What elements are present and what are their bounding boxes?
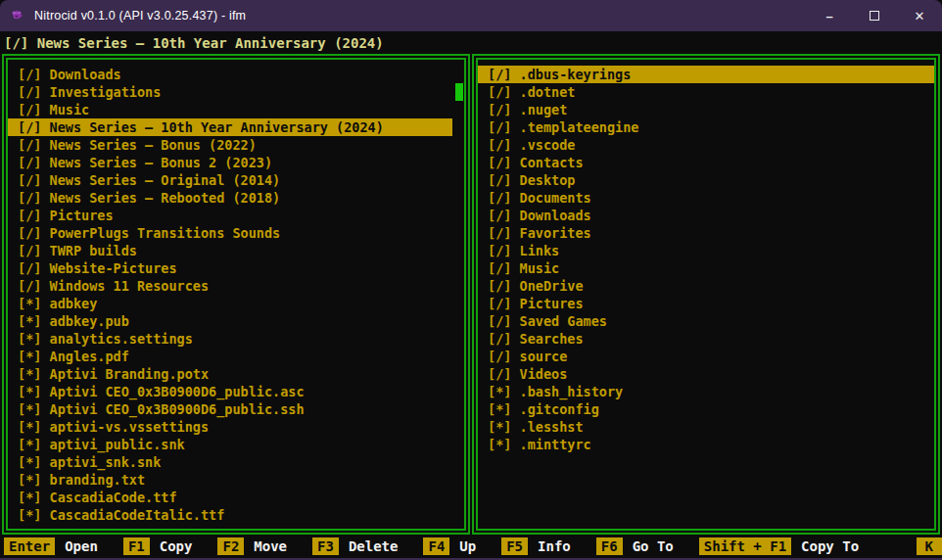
window-controls: – ✕ — [807, 0, 942, 31]
maximize-icon — [870, 11, 879, 21]
keybinding-label-go-to: Go To — [633, 538, 674, 554]
directory-row[interactable]: [/] .templateengine — [478, 118, 934, 136]
keybinding-key-f2[interactable]: F2 — [217, 537, 244, 555]
file-row[interactable]: [*] .minttyrc — [478, 436, 934, 453]
directory-row[interactable]: [/] Saved Games — [478, 312, 934, 330]
keybinding-label-copy-to: Copy To — [801, 538, 859, 554]
current-path-header: [/] News Series – 10th Year Anniversary … — [0, 31, 942, 54]
directory-row[interactable]: [/] Videos — [478, 365, 934, 383]
directory-row[interactable]: [/] Music — [478, 259, 934, 277]
keybinding-key-f6[interactable]: F6 — [596, 537, 623, 555]
keybinding-label-move: Move — [254, 538, 287, 554]
directory-row[interactable]: [/] Pictures — [8, 207, 452, 224]
close-icon: ✕ — [915, 9, 925, 23]
maximize-button[interactable] — [852, 0, 897, 31]
keybinding-label-copy: Copy — [160, 538, 193, 554]
panels-container: [/] Downloads[/] Investigations[/] Music… — [0, 54, 942, 535]
keybinding-key-k[interactable]: K — [917, 537, 942, 555]
close-button[interactable]: ✕ — [897, 0, 942, 31]
directory-row[interactable]: [/] .dbus-keyrings — [478, 66, 934, 83]
directory-row[interactable]: [/] Downloads — [478, 207, 934, 224]
directory-row[interactable]: [/] OneDrive — [478, 277, 934, 295]
nitrocid-window: Nitrocid v0.1.0 (API v3.0.25.437) - ifm … — [0, 0, 942, 560]
file-row[interactable]: [*] analytics.settings — [8, 330, 452, 348]
minimize-icon: – — [825, 9, 832, 23]
directory-row[interactable]: [/] News Series – Rebooted (2018) — [8, 189, 452, 207]
keybinding-key-f3[interactable]: F3 — [312, 537, 339, 555]
directory-row[interactable]: [/] Favorites — [478, 224, 934, 242]
directory-row[interactable]: [/] Investigations — [8, 83, 452, 101]
keybinding-label-info: Info — [538, 538, 571, 554]
directory-row[interactable]: [/] News Series – Bonus (2022) — [8, 136, 452, 154]
left-panel-scrollbar[interactable] — [455, 83, 463, 101]
directory-row[interactable]: [/] Documents — [478, 189, 934, 207]
keybindings-statusbar: EnterOpenF1CopyF2MoveF3DeleteF4UpF5InfoF… — [0, 535, 942, 558]
directory-row[interactable]: [/] Downloads — [8, 66, 452, 83]
file-row[interactable]: [*] CascadiaCode.ttf — [8, 489, 452, 506]
directory-row[interactable]: [/] .dotnet — [478, 83, 934, 101]
keybinding-key-f5[interactable]: F5 — [501, 537, 528, 555]
minimize-button[interactable]: – — [807, 0, 852, 31]
directory-row[interactable]: [/] News Series – Original (2014) — [8, 171, 452, 189]
directory-row[interactable]: [/] TWRP builds — [8, 242, 452, 259]
file-row[interactable]: [*] CascadiaCodeItalic.ttf — [8, 506, 452, 524]
directory-row[interactable]: [/] .nuget — [478, 101, 934, 118]
nitrocid-logo-icon — [9, 8, 24, 23]
keybinding-key-shift-f1[interactable]: Shift + F1 — [699, 537, 791, 555]
file-row[interactable]: [*] Aptivi CEO_0x3B0900D6_public.asc — [8, 383, 452, 400]
file-row[interactable]: [*] aptivi_snk.snk — [8, 453, 452, 471]
file-row[interactable]: [*] adbkey.pub — [8, 312, 452, 330]
directory-row[interactable]: [/] Pictures — [478, 295, 934, 312]
left-panel-list: [/] Downloads[/] Investigations[/] Music… — [8, 60, 464, 524]
file-row[interactable]: [*] adbkey — [8, 295, 452, 312]
directory-row[interactable]: [/] Windows 11 Resources — [8, 277, 452, 295]
keybinding-label-up: Up — [459, 538, 476, 554]
directory-row[interactable]: [/] Links — [478, 242, 934, 259]
keybinding-key-f4[interactable]: F4 — [423, 537, 449, 555]
left-file-panel: [/] Downloads[/] Investigations[/] Music… — [2, 54, 470, 535]
directory-row[interactable]: [/] .vscode — [478, 136, 934, 154]
directory-row[interactable]: [/] Website-Pictures — [8, 259, 452, 277]
keybinding-label-delete: Delete — [349, 538, 399, 554]
directory-row[interactable]: [/] Desktop — [478, 171, 934, 189]
titlebar: Nitrocid v0.1.0 (API v3.0.25.437) - ifm … — [0, 0, 942, 31]
right-panel-list: [/] .dbus-keyrings[/] .dotnet[/] .nuget[… — [478, 60, 934, 453]
file-row[interactable]: [*] aptivi-vs.vssettings — [8, 418, 452, 436]
file-row[interactable]: [*] branding.txt — [8, 471, 452, 489]
directory-row[interactable]: [/] PowerPlugs Transitions Sounds — [8, 224, 452, 242]
file-row[interactable]: [*] Angles.pdf — [8, 348, 452, 365]
file-row[interactable]: [*] aptivi_public.snk — [8, 436, 452, 453]
keybinding-key-enter[interactable]: Enter — [4, 537, 55, 555]
keybinding-key-f1[interactable]: F1 — [123, 537, 150, 555]
right-file-panel: [/] .dbus-keyrings[/] .dotnet[/] .nuget[… — [472, 54, 940, 535]
file-row[interactable]: [*] .lesshst — [478, 418, 934, 436]
directory-row[interactable]: [/] Music — [8, 101, 452, 118]
directory-row[interactable]: [/] News Series – 10th Year Anniversary … — [8, 118, 452, 136]
window-title: Nitrocid v0.1.0 (API v3.0.25.437) - ifm — [34, 9, 807, 23]
directory-row[interactable]: [/] Searches — [478, 330, 934, 348]
keybinding-label-open: Open — [65, 538, 98, 554]
directory-row[interactable]: [/] News Series – Bonus 2 (2023) — [8, 154, 452, 171]
directory-row[interactable]: [/] source — [478, 348, 934, 365]
directory-row[interactable]: [/] Contacts — [478, 154, 934, 171]
file-row[interactable]: [*] .bash_history — [478, 383, 934, 400]
file-row[interactable]: [*] Aptivi Branding.potx — [8, 365, 452, 383]
file-row[interactable]: [*] Aptivi CEO_0x3B0900D6_public.ssh — [8, 400, 452, 418]
file-row[interactable]: [*] .gitconfig — [478, 400, 934, 418]
